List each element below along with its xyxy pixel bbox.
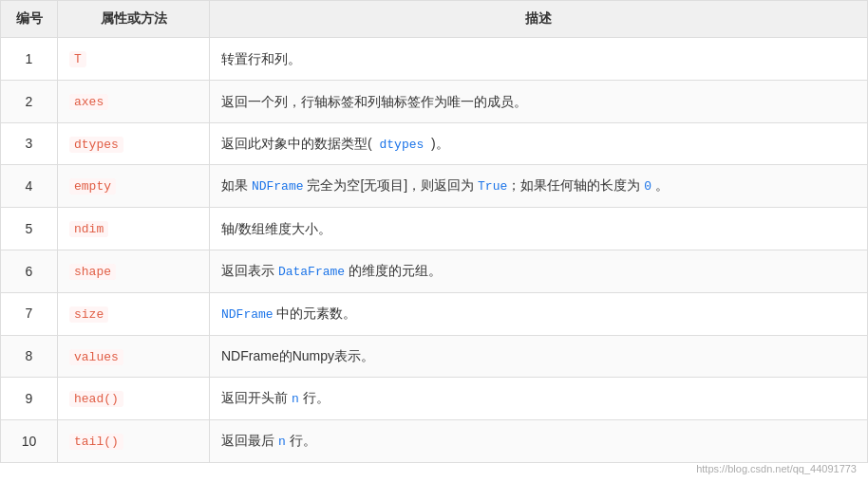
desc-text: 返回开头前 [221,390,292,405]
cell-method: T [58,38,210,81]
method-code: tail() [69,434,123,450]
cell-desc: 轴/数组维度大小。 [210,208,868,250]
desc-text: 返回一个列，行轴标签和列轴标签作为唯一的成员。 [221,94,527,109]
table-row: 2axes返回一个列，行轴标签和列轴标签作为唯一的成员。 [1,80,868,122]
main-container: 编号 属性或方法 描述 1T转置行和列。2axes返回一个列，行轴标签和列轴标签… [0,0,868,482]
desc-text: 中的元素数。 [274,306,357,321]
desc-text: 行。 [286,433,316,448]
method-code: values [69,349,123,365]
cell-desc: NDFrame的Numpy表示。 [210,335,868,378]
cell-method: head() [58,378,210,420]
cell-number: 1 [1,38,58,81]
desc-text: 轴/数组维度大小。 [221,221,331,236]
cell-number: 8 [1,335,58,378]
desc-code: NDFrame [252,179,304,194]
cell-method: size [58,292,210,335]
method-code: ndim [69,221,108,237]
cell-number: 6 [1,250,58,292]
method-code: empty [69,178,116,195]
desc-text: 的维度的元组。 [345,263,442,278]
cell-method: tail() [58,420,210,463]
table-row: 6shape返回表示 DataFrame 的维度的元组。 [1,250,868,292]
desc-text: NDFrame的Numpy表示。 [221,348,374,363]
cell-number: 9 [1,378,58,420]
method-code: T [69,51,86,67]
cell-desc: 返回表示 DataFrame 的维度的元组。 [210,250,868,292]
desc-code: n [278,435,286,449]
desc-code: dtypes [372,138,431,152]
desc-text: 完全为空[无项目]，则返回为 [304,177,479,193]
method-code: head() [69,391,123,407]
desc-text: 转置行和列。 [221,51,301,66]
cell-desc: 返回此对象中的数据类型( dtypes )。 [210,122,868,165]
desc-text: 返回表示 [221,263,278,278]
cell-method: shape [58,250,210,292]
header-num: 编号 [1,1,58,38]
method-code: shape [69,264,116,280]
method-code: dtypes [69,137,123,153]
watermark: https://blog.csdn.net/qq_44091773 [696,463,857,474]
cell-method: dtypes [58,122,210,165]
cell-number: 4 [1,165,58,208]
cell-method: values [58,335,210,378]
desc-text: )。 [431,136,449,151]
desc-text: ；如果任何轴的长度为 [507,177,644,193]
desc-code: n [292,392,299,406]
cell-desc: 转置行和列。 [210,38,868,81]
method-code: size [69,306,108,323]
cell-number: 5 [1,208,58,250]
data-table: 编号 属性或方法 描述 1T转置行和列。2axes返回一个列，行轴标签和列轴标签… [0,0,868,463]
table-row: 10tail()返回最后 n 行。 [1,420,868,463]
method-code: axes [69,94,108,110]
table-row: 3dtypes返回此对象中的数据类型( dtypes )。 [1,122,868,165]
table-header-row: 编号 属性或方法 描述 [1,1,868,38]
desc-code: 0 [644,179,651,194]
table-row: 1T转置行和列。 [1,38,868,81]
table-row: 4empty如果 NDFrame 完全为空[无项目]，则返回为 True；如果任… [1,165,868,208]
cell-method: axes [58,80,210,122]
table-row: 8valuesNDFrame的Numpy表示。 [1,335,868,378]
table-row: 7sizeNDFrame 中的元素数。 [1,292,868,335]
table-row: 9head()返回开头前 n 行。 [1,378,868,420]
cell-desc: 返回一个列，行轴标签和列轴标签作为唯一的成员。 [210,80,868,122]
desc-text: 如果 [221,177,252,193]
desc-code: DataFrame [278,265,345,279]
desc-code: NDFrame [221,307,274,322]
cell-number: 10 [1,420,58,463]
cell-desc: NDFrame 中的元素数。 [210,292,868,335]
header-method: 属性或方法 [58,1,210,38]
cell-desc: 返回最后 n 行。 [210,420,868,463]
cell-desc: 返回开头前 n 行。 [210,378,868,420]
desc-code: True [478,179,507,194]
table-row: 5ndim轴/数组维度大小。 [1,208,868,250]
cell-number: 3 [1,122,58,165]
cell-method: ndim [58,208,210,250]
desc-text: 。 [651,177,669,193]
cell-desc: 如果 NDFrame 完全为空[无项目]，则返回为 True；如果任何轴的长度为… [210,165,868,208]
cell-number: 7 [1,292,58,335]
desc-text: 返回此对象中的数据类型( [221,136,372,151]
desc-text: 行。 [299,390,330,405]
cell-number: 2 [1,80,58,122]
header-desc: 描述 [210,1,868,38]
cell-method: empty [58,165,210,208]
desc-text: 返回最后 [221,433,278,448]
